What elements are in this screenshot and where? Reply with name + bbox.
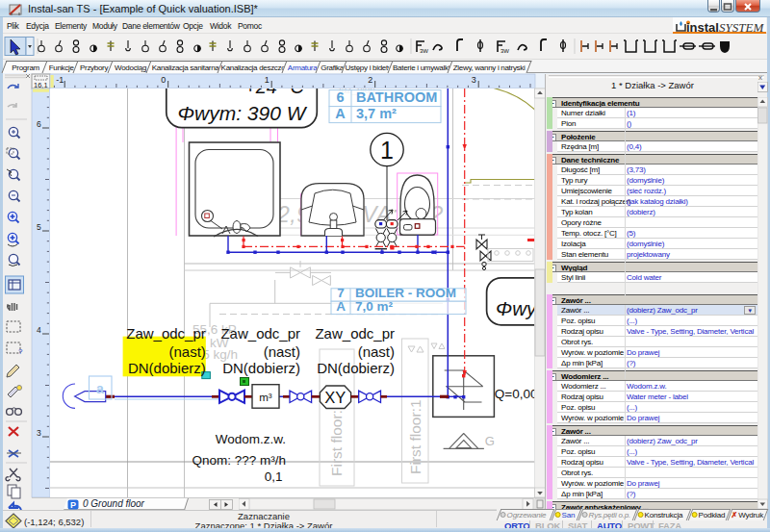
svg-text:1: 1 xyxy=(265,75,270,85)
svg-text:First floor:1: First floor:1 xyxy=(328,401,345,476)
svg-text:DN(dobierz): DN(dobierz) xyxy=(128,360,206,376)
svg-text:1: 1 xyxy=(380,137,394,164)
svg-text:Zaw_odc_pr: Zaw_odc_pr xyxy=(126,325,206,342)
svg-text:BATHROOM: BATHROOM xyxy=(356,89,437,105)
svg-text:DN(dobierz): DN(dobierz) xyxy=(317,360,395,376)
svg-text:16,1: 16,1 xyxy=(34,81,48,89)
svg-text:Q=0,00: Q=0,00 xyxy=(495,387,538,401)
svg-text:-1: -1 xyxy=(56,75,64,85)
svg-text:DN(dobierz): DN(dobierz) xyxy=(222,360,300,376)
svg-text:5: 5 xyxy=(37,222,41,232)
svg-text:Zaw_odc_pr: Zaw_odc_pr xyxy=(220,325,300,342)
svg-text:6: 6 xyxy=(37,119,41,129)
svg-text:2: 2 xyxy=(368,75,372,85)
svg-text:Zaw_odc_pr: Zaw_odc_pr xyxy=(315,325,395,342)
svg-text:0,1: 0,1 xyxy=(265,469,283,484)
svg-text:a: a xyxy=(96,381,104,396)
svg-text:?: ? xyxy=(18,347,23,356)
svg-text:XY: XY xyxy=(324,389,346,406)
svg-text:First floor:1: First floor:1 xyxy=(407,399,424,474)
svg-text:P: P xyxy=(70,499,76,509)
svg-text:(nast): (nast) xyxy=(264,343,300,360)
svg-text:Φwym: 390 W: Φwym: 390 W xyxy=(177,102,307,124)
svg-text:G: G xyxy=(485,434,495,448)
svg-text:Qnom: ??? m³/h: Qnom: ??? m³/h xyxy=(192,453,286,468)
svg-text:3: 3 xyxy=(472,75,476,85)
svg-text:(nast): (nast) xyxy=(168,343,205,360)
svg-text:7,0 m²: 7,0 m² xyxy=(355,299,394,314)
svg-text:Wodom.z.w.: Wodom.z.w. xyxy=(216,432,286,446)
svg-text:A: A xyxy=(335,106,346,121)
svg-text:6: 6 xyxy=(336,89,344,105)
svg-text:0: 0 xyxy=(161,75,166,85)
svg-text:(nast): (nast) xyxy=(358,343,395,360)
svg-text:3: 3 xyxy=(37,428,41,438)
svg-text:A: A xyxy=(336,299,346,314)
svg-text:3,7 m²: 3,7 m² xyxy=(356,106,397,121)
svg-text:m³: m³ xyxy=(259,392,272,403)
svg-text:4: 4 xyxy=(37,325,41,335)
